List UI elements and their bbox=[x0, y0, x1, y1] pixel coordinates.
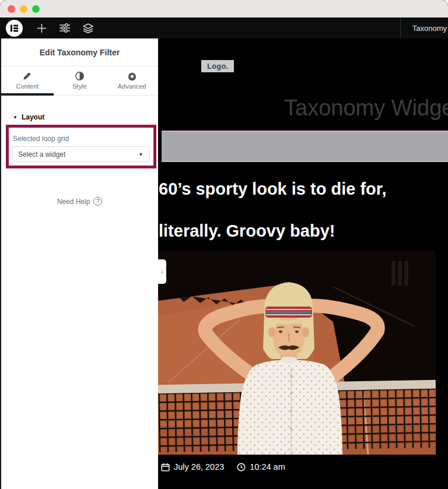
chevron-down-icon: ▼ bbox=[13, 115, 18, 120]
loop-grid-select[interactable]: Select a widget ▼ bbox=[12, 146, 150, 162]
layout-section-toggle[interactable]: ▼ Layout bbox=[13, 113, 44, 121]
widget-edit-panel: Edit Taxonomy Filter Content bbox=[0, 38, 158, 489]
chevron-left-icon: ‹ bbox=[161, 268, 163, 275]
editor-topbar: Taxonomy bbox=[0, 17, 448, 38]
layout-section-title: Layout bbox=[22, 113, 44, 121]
post-title-line-1[interactable]: 60’s sporty look is to die for, bbox=[159, 180, 387, 199]
post-title-line-2[interactable]: literally. Groovy baby! bbox=[159, 221, 335, 241]
panel-title: Edit Taxonomy Filter bbox=[1, 38, 158, 66]
settings-sliders-icon[interactable] bbox=[53, 17, 76, 38]
contrast-icon bbox=[75, 72, 84, 80]
minimize-button[interactable] bbox=[20, 5, 27, 13]
question-mark-icon: ? bbox=[93, 197, 102, 206]
loop-grid-select-value: Select a widget bbox=[18, 150, 65, 159]
tab-style-label: Style bbox=[72, 83, 86, 90]
select-caret-icon: ▼ bbox=[138, 152, 144, 157]
layers-icon[interactable] bbox=[76, 17, 100, 38]
calendar-icon bbox=[161, 463, 170, 472]
document-title: Taxonomy bbox=[412, 24, 447, 33]
titlebar bbox=[0, 0, 448, 17]
taxonomy-filter-bar-widget[interactable] bbox=[162, 131, 448, 162]
tab-content[interactable]: Content bbox=[1, 66, 54, 95]
document-switcher[interactable]: Taxonomy bbox=[400, 17, 448, 38]
panel-collapse-handle[interactable]: ‹ bbox=[158, 259, 166, 284]
page-heading-widget[interactable]: Taxonomy Widge bbox=[284, 96, 448, 121]
loop-grid-field-label: Selected loop grid bbox=[13, 135, 69, 143]
close-button[interactable] bbox=[8, 5, 15, 13]
clock-icon bbox=[237, 463, 246, 472]
app-window: Taxonomy Edit Taxonomy Filter Content bbox=[0, 0, 448, 489]
elementor-logo-icon[interactable] bbox=[6, 20, 23, 37]
zoom-button[interactable] bbox=[32, 5, 40, 13]
need-help-link[interactable]: Need Help ? bbox=[1, 197, 158, 206]
tab-advanced[interactable]: Advanced bbox=[106, 66, 158, 95]
gear-icon bbox=[128, 72, 136, 80]
post-meta[interactable]: July 26, 2023 10:24 am bbox=[161, 462, 285, 472]
post-photo-illustration bbox=[158, 251, 436, 455]
tab-style[interactable]: Style bbox=[54, 66, 106, 95]
tab-content-label: Content bbox=[16, 83, 39, 90]
post-date: July 26, 2023 bbox=[174, 462, 224, 472]
pencil-icon bbox=[23, 72, 32, 80]
panel-tabs: Content Style bbox=[1, 66, 158, 96]
site-logo-widget[interactable]: Logo. bbox=[201, 60, 234, 72]
add-element-icon[interactable] bbox=[30, 17, 53, 38]
need-help-label: Need Help bbox=[57, 198, 90, 206]
preview-canvas: Logo. Taxonomy Widge 60’s sporty look is… bbox=[158, 38, 448, 489]
post-featured-image[interactable] bbox=[158, 251, 436, 455]
post-time: 10:24 am bbox=[250, 462, 285, 472]
tab-advanced-label: Advanced bbox=[118, 83, 146, 90]
